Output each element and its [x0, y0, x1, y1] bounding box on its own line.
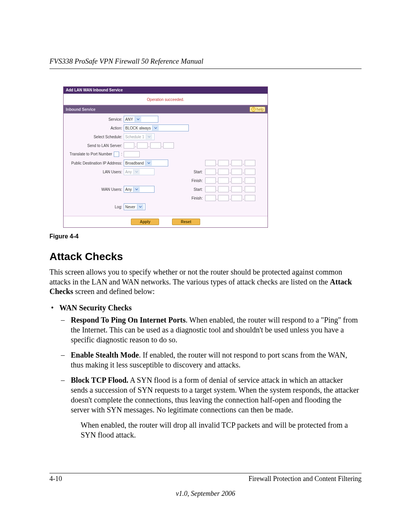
schedule-select: Schedule 1: [124, 133, 155, 140]
pub-dest-select[interactable]: Broadband: [124, 160, 168, 166]
label-service: Service:: [66, 117, 124, 121]
translate-port-input[interactable]: [124, 151, 140, 157]
label-log: Log:: [66, 205, 124, 209]
help-link[interactable]: ? help: [250, 107, 265, 112]
lan-users-select: Any: [124, 168, 155, 175]
lan-start-ip[interactable]: ...: [205, 169, 255, 175]
page-footer: 4-10 Firewall Protection and Content Fil…: [49, 473, 362, 498]
dash-block-tcp-flood: Block TCP Flood. A SYN flood is a form o…: [59, 375, 362, 415]
label-finish: Finish:: [191, 179, 202, 183]
wan-users-select-value: Any: [125, 187, 132, 192]
dash-enable-stealth-mode: Enable Stealth Mode. If enabled, the rou…: [59, 350, 362, 370]
chevron-down-icon: [133, 169, 140, 174]
wan-users-select[interactable]: Any: [124, 186, 155, 193]
chevron-down-icon: [145, 160, 152, 166]
wan-finish-ip[interactable]: ...: [205, 195, 255, 201]
footer-version: v1.0, September 2006: [49, 490, 362, 498]
panel-title: Inbound Service: [66, 107, 96, 112]
log-select[interactable]: Never: [124, 203, 145, 210]
chevron-down-icon: [133, 187, 140, 192]
log-select-value: Never: [125, 205, 135, 209]
panel-header: Inbound Service ? help: [64, 105, 268, 113]
label-lan-users: LAN Users:: [66, 170, 124, 174]
label-lan-server: Send to LAN Server:: [66, 144, 124, 148]
service-select-value: ANY: [125, 117, 133, 121]
help-icon: ?: [251, 107, 256, 112]
pub-dest-select-value: Broadband: [125, 161, 144, 165]
apply-button[interactable]: Apply: [131, 219, 159, 225]
label-start: Start:: [194, 170, 203, 174]
chevron-down-icon: [152, 125, 159, 131]
chevron-down-icon: [137, 204, 143, 209]
footer-page-number: 4-10: [49, 475, 62, 483]
translate-port-checkbox[interactable]: [114, 152, 119, 157]
intro-paragraph: This screen allows you to specify whethe…: [49, 267, 362, 297]
lan-server-ip[interactable]: ...: [124, 142, 174, 149]
reset-button[interactable]: Reset: [172, 219, 200, 225]
label-translate-port: Translate to Port Number :: [66, 152, 124, 157]
footer-section-name: Firewall Protection and Content Filterin…: [249, 475, 362, 483]
screenshot-add-inbound-service: Add LAN WAN Inbound Service Operation su…: [63, 86, 268, 228]
help-label: help: [256, 107, 264, 112]
figure-caption: Figure 4-4: [49, 233, 362, 240]
dash-respond-to-ping: Respond To Ping On Internet Ports. When …: [59, 315, 362, 345]
chevron-down-icon: [146, 134, 152, 139]
panel-body: Service: ANY Action: BLOCK always Select…: [64, 113, 268, 216]
label-start: Start:: [194, 187, 203, 192]
action-select-value: BLOCK always: [125, 126, 151, 130]
label-schedule: Select Schedule:: [66, 135, 124, 139]
lan-finish-ip[interactable]: ...: [205, 177, 255, 184]
window-titlebar: Add LAN WAN Inbound Service: [64, 87, 268, 94]
bullet-wan-security-checks: WAN Security Checks Respond To Ping On I…: [49, 303, 362, 440]
schedule-select-value: Schedule 1: [125, 135, 144, 139]
manual-header-title: FVS338 ProSafe VPN Firewall 50 Reference…: [49, 57, 362, 69]
wan-start-ip[interactable]: ...: [205, 186, 255, 192]
chevron-down-icon: [135, 117, 141, 122]
dash-follow-text: When enabled, the router will drop all i…: [81, 420, 362, 440]
pub-dest-ip[interactable]: ...: [205, 160, 255, 166]
label-wan-users: WAN Users:: [66, 187, 124, 192]
section-title: Attack Checks: [49, 251, 362, 263]
button-bar: Apply Reset: [64, 216, 268, 227]
status-message: Operation succeeded.: [64, 94, 268, 105]
label-finish: Finish:: [191, 196, 202, 200]
action-select[interactable]: BLOCK always: [124, 125, 189, 131]
service-select[interactable]: ANY: [124, 116, 158, 123]
lan-users-select-value: Any: [125, 170, 132, 174]
label-action: Action:: [66, 126, 124, 130]
label-pub-dest: Public Destination IP Address:: [66, 161, 124, 165]
